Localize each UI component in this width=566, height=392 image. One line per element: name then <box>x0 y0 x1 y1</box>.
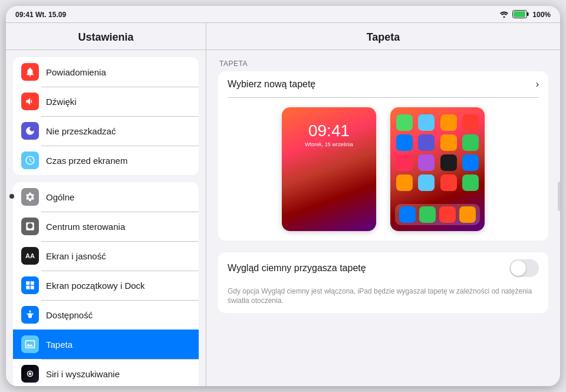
ogolne-icon <box>21 188 39 206</box>
czas-ekran-icon <box>21 151 39 169</box>
dzwieki-icon <box>21 93 39 110</box>
main-content: Ustawienia Powiadomienia Dźwięki <box>6 22 560 386</box>
content-title: Tapeta <box>206 23 560 50</box>
sidebar-item-ekran[interactable]: AA Ekran i jasność <box>13 241 199 271</box>
homescreen-preview <box>390 107 485 231</box>
svg-point-0 <box>504 16 505 18</box>
wallpaper-previews: 09:41 Wtorek, 15 września <box>218 98 548 241</box>
dark-appearance-toggle[interactable] <box>509 259 539 277</box>
side-button[interactable] <box>558 182 560 211</box>
choose-wallpaper-label: Wybierz nową tapetę <box>228 79 315 90</box>
front-camera-dot <box>9 194 14 199</box>
sidebar-item-nie-przeszkadzac[interactable]: Nie przeszkadzać <box>13 116 199 146</box>
lock-date: Wtorek, 15 września <box>282 141 376 147</box>
lock-time: 09:41 <box>282 121 376 140</box>
battery-icon <box>512 10 529 20</box>
home-app-grid <box>395 114 480 191</box>
chevron-icon: › <box>536 79 539 90</box>
sidebar-group-1: Powiadomienia Dźwięki Nie przeszkadzać <box>13 57 199 175</box>
siri-label: Siri i wyszukiwanie <box>46 369 120 379</box>
choose-wallpaper-row[interactable]: Wybierz nową tapetę › <box>218 71 548 97</box>
ipad-frame: 09:41 Wt. 15.09 100% Ustawienia <box>6 6 560 386</box>
status-bar: 09:41 Wt. 15.09 100% <box>6 6 560 22</box>
dark-appearance-label: Wygląd ciemny przygasza tapetę <box>228 263 366 274</box>
centrum-label: Centrum sterowania <box>46 222 125 232</box>
sidebar-item-siri[interactable]: Siri i wyszukiwanie <box>13 359 199 386</box>
dzwieki-label: Dźwięki <box>46 97 77 107</box>
powiadomienia-label: Powiadomienia <box>46 67 106 77</box>
ekran-icon: AA <box>21 247 39 265</box>
tapeta-icon <box>21 335 39 353</box>
dostepnosc-icon <box>21 306 39 324</box>
lockscreen-preview: 09:41 Wtorek, 15 września <box>282 107 376 231</box>
ekran-poczatkowy-icon <box>21 276 39 294</box>
centrum-icon <box>21 218 39 235</box>
toggle-card: Wygląd ciemny przygasza tapetę Gdy opcja… <box>218 252 548 314</box>
nie-przeszkadzac-icon <box>21 122 39 140</box>
dostepnosc-label: Dostępność <box>46 310 93 320</box>
home-dock <box>395 204 480 225</box>
content-scroll: TAPETA Wybierz nową tapetę › 09:41 Wtore… <box>206 50 560 386</box>
content-area: Tapeta TAPETA Wybierz nową tapetę › 09:4… <box>206 23 560 386</box>
sidebar-group-2: Ogólne Centrum sterowania AA Ekran i jas… <box>13 182 199 386</box>
sidebar-item-tapeta[interactable]: Tapeta <box>13 330 199 359</box>
helper-text: Gdy opcja Wygląd ciemny jest włączona, i… <box>218 284 548 314</box>
sidebar-title: Ustawienia <box>6 23 206 50</box>
sidebar-item-ekran-poczatkowy[interactable]: Ekran początkowy i Dock <box>13 271 199 300</box>
svg-rect-2 <box>527 12 529 16</box>
wifi-icon <box>499 11 509 19</box>
sidebar-scroll: Powiadomienia Dźwięki Nie przeszkadzać <box>6 50 206 386</box>
section-label: TAPETA <box>218 60 548 68</box>
powiadomienia-icon <box>21 63 39 81</box>
czas-ekran-label: Czas przed ekranem <box>46 156 127 166</box>
ogolne-label: Ogólne <box>46 192 74 202</box>
sidebar-item-dostepnosc[interactable]: Dostępność <box>13 300 199 330</box>
dark-appearance-toggle-row: Wygląd ciemny przygasza tapetę <box>218 252 548 284</box>
sidebar: Ustawienia Powiadomienia Dźwięki <box>6 23 206 386</box>
nie-przeszkadzac-label: Nie przeszkadzać <box>46 126 116 136</box>
ekran-label: Ekran i jasność <box>46 251 106 261</box>
status-indicators: 100% <box>499 10 551 20</box>
sidebar-item-czas-ekran[interactable]: Czas przed ekranem <box>13 146 199 175</box>
ekran-poczatkowy-label: Ekran początkowy i Dock <box>46 281 145 291</box>
battery-percent: 100% <box>532 11 551 19</box>
tapeta-label: Tapeta <box>46 340 73 350</box>
status-time: 09:41 Wt. 15.09 <box>15 11 66 19</box>
sidebar-item-centrum[interactable]: Centrum sterowania <box>13 212 199 241</box>
sidebar-item-dzwieki[interactable]: Dźwięki <box>13 87 199 116</box>
siri-icon <box>21 365 39 383</box>
sidebar-item-powiadomienia[interactable]: Powiadomienia <box>13 57 199 87</box>
svg-rect-3 <box>514 11 525 17</box>
svg-point-6 <box>29 373 32 375</box>
wallpaper-card: Wybierz nową tapetę › 09:41 Wtorek, 15 w… <box>218 71 548 241</box>
svg-point-4 <box>29 311 31 312</box>
sidebar-item-ogolne[interactable]: Ogólne <box>13 182 199 212</box>
